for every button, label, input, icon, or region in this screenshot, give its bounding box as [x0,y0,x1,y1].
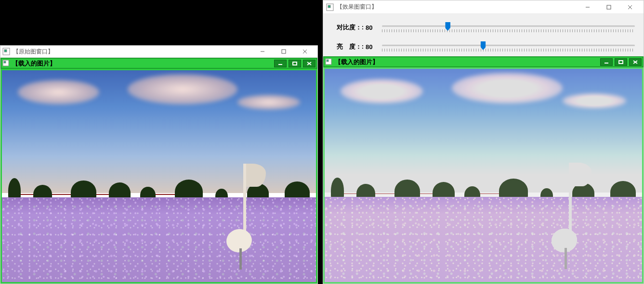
svg-rect-3 [282,50,286,53]
cloud [18,80,100,104]
svg-rect-15 [607,5,611,9]
cloud [563,93,626,108]
original-image-window: 【原始图窗口】 【载入的图片】 [0,45,318,284]
loaded-image-titlebar-right[interactable]: 【载入的图片】 [323,56,644,67]
flower-field [325,197,642,282]
loaded-image-titlebar-left[interactable]: 【载入的图片】 [0,58,317,69]
effect-image-window: 【效果图窗口】 对比度：: 80 亮 度：: 80 [323,0,644,284]
cloud [452,73,563,103]
field-texture [325,197,642,282]
original-window-titlebar[interactable]: 【原始图窗口】 [0,46,317,58]
sky-region [325,69,642,193]
contrast-label: 对比度：: [328,23,364,32]
loaded-image-title: 【载入的图片】 [12,59,274,68]
minimize-button[interactable] [252,46,273,57]
effect-image-holder: 【载入的图片】 [323,56,644,284]
brightness-row: 亮 度：: 80 [328,37,639,56]
music-note-sculpture [538,163,595,270]
cloud [237,95,300,110]
svg-rect-13 [328,5,330,8]
original-image-viewport [0,69,317,284]
sky-region [2,70,316,193]
svg-rect-1 [4,50,7,52]
app-icon [2,60,10,67]
inner-maximize-button[interactable] [615,58,627,66]
app-icon [326,3,334,11]
cloud [341,79,423,103]
inner-window-controls [274,60,315,67]
slider-groove [382,45,635,46]
slider-ticks [382,49,635,52]
inner-minimize-button[interactable] [600,58,613,66]
contrast-row: 对比度：: 80 [328,18,639,37]
effect-image-viewport [323,67,644,284]
contrast-slider[interactable] [382,21,635,34]
brightness-slider[interactable] [382,40,635,53]
svg-rect-19 [327,60,329,62]
window-controls [252,46,315,57]
slider-ticks [382,29,635,32]
brightness-label: 亮 度：: [328,42,364,51]
inner-close-button[interactable] [303,60,315,67]
svg-rect-21 [619,61,623,64]
adjustment-controls: 对比度：: 80 亮 度：: 80 [323,14,644,59]
close-button[interactable] [294,46,315,57]
contrast-value: 80 [366,24,377,31]
app-icon [2,48,10,55]
effect-window-titlebar[interactable]: 【效果图窗口】 [323,0,644,14]
inner-minimize-button[interactable] [274,60,287,67]
minimize-button[interactable] [577,2,598,13]
inner-maximize-button[interactable] [289,60,301,67]
cloud [128,74,237,105]
close-button[interactable] [619,2,641,13]
brightness-value: 80 [366,43,377,51]
svg-rect-7 [4,61,6,63]
original-window-title: 【原始图窗口】 [13,48,252,56]
field-texture [2,197,316,282]
window-controls [577,2,641,13]
music-note-sculpture [212,164,269,270]
slider-groove [382,26,635,27]
maximize-button[interactable] [598,2,619,13]
app-icon [325,58,333,66]
loaded-image-title: 【载入的图片】 [335,58,600,66]
flower-field [2,197,316,282]
effect-window-title: 【效果图窗口】 [337,3,577,11]
inner-close-button[interactable] [629,58,642,66]
maximize-button[interactable] [273,46,294,57]
svg-rect-9 [293,62,297,65]
inner-window-controls [600,58,642,66]
